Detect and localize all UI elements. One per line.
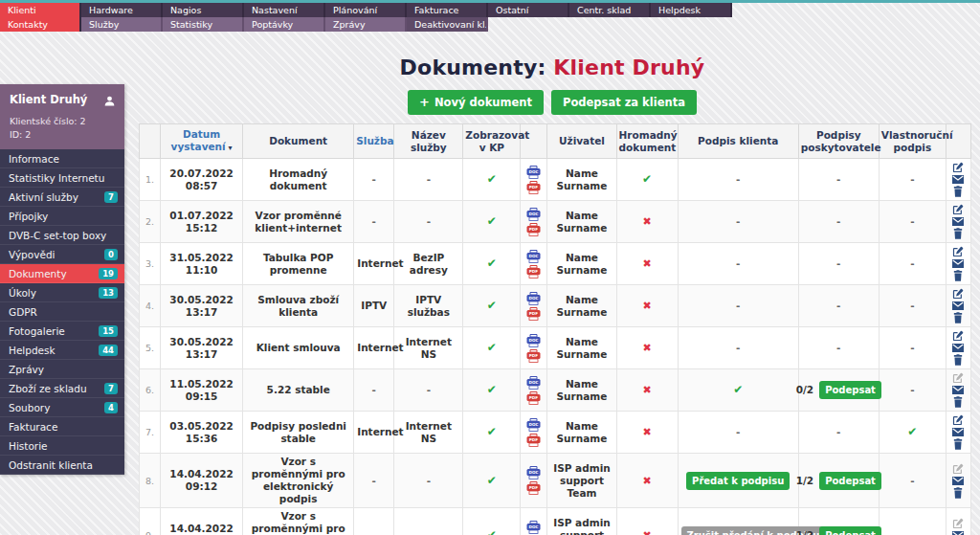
column-header-hromadny-dokument: Hromadný dokument	[616, 124, 678, 159]
nav-item-centr-sklad[interactable]: Centr. sklad	[569, 3, 651, 17]
doc-download-icon[interactable]: DOC	[526, 250, 541, 263]
nav-item-statistiky[interactable]: Statistiky	[163, 17, 244, 32]
trash-icon[interactable]	[953, 438, 963, 450]
nav-item-helpdesk[interactable]: Helpdesk	[651, 3, 732, 17]
count-badge: 7	[104, 383, 118, 394]
nav-item-poptavky[interactable]: Poptávky	[244, 17, 325, 32]
cell-client-signature: Zrušit předání k podpisu	[678, 508, 798, 535]
nav-item-planovani[interactable]: Plánování	[325, 3, 407, 17]
nav-item-hardware[interactable]: Hardware	[81, 3, 163, 17]
doc-download-icon[interactable]: DOC	[526, 166, 541, 179]
sidebar-item-zbozi-ze-skladu[interactable]: Zboží ze skladu7	[0, 379, 124, 398]
pdf-download-icon[interactable]: PDF	[526, 181, 541, 194]
trash-icon[interactable]	[953, 312, 963, 323]
trash-icon[interactable]	[953, 186, 963, 197]
sidebar-item-soubory[interactable]: Soubory4	[0, 398, 124, 417]
check-icon: ✔	[487, 341, 497, 354]
check-icon: ✔	[642, 172, 652, 186]
nav-item-sluzby[interactable]: Služby	[81, 17, 163, 32]
doc-download-icon[interactable]: DOC	[526, 334, 541, 347]
column-header-sluzba[interactable]: Služba	[354, 124, 394, 159]
pdf-download-icon[interactable]: PDF	[526, 265, 541, 279]
nav-item-klienti[interactable]: Klienti	[0, 3, 81, 17]
envelope-icon[interactable]	[952, 301, 964, 310]
cell-row-number: 5.	[140, 327, 161, 369]
sidebar-item-fakturace[interactable]: Fakturace	[0, 417, 124, 436]
count-badge: 15	[99, 325, 118, 337]
doc-download-icon[interactable]: DOC	[526, 418, 541, 432]
envelope-icon[interactable]	[952, 175, 964, 184]
edit-icon[interactable]	[952, 288, 964, 300]
count-badge: 4	[104, 402, 118, 413]
trash-icon[interactable]	[953, 396, 963, 408]
cell-user: Name Surname	[547, 369, 616, 412]
column-header-datum-vystaveni[interactable]: Datum vystavení ▾	[161, 124, 243, 159]
envelope-icon[interactable]	[952, 477, 964, 485]
sidebar-item-statistiky-internetu[interactable]: Statistiky Internetu	[0, 168, 124, 188]
sign-button[interactable]: Podepsat	[819, 381, 881, 399]
envelope-icon[interactable]	[952, 259, 964, 268]
cell-files: DOCPDF	[521, 327, 547, 369]
trash-icon[interactable]	[953, 354, 963, 366]
doc-download-icon[interactable]: DOC	[526, 521, 541, 534]
trash-icon[interactable]	[953, 487, 963, 499]
sign-button[interactable]: Podepsat	[819, 526, 881, 535]
table-row: 8.14.04.202209:12Vzor s proměnnými pro e…	[140, 454, 971, 508]
envelope-icon[interactable]	[952, 344, 964, 352]
doc-download-icon[interactable]: DOC	[526, 292, 541, 305]
nav-item-fakturace[interactable]: Fakturace	[407, 3, 488, 17]
envelope-icon[interactable]	[952, 531, 964, 535]
envelope-icon[interactable]	[952, 386, 964, 394]
check-icon: ✔	[487, 528, 497, 535]
pdf-download-icon[interactable]: PDF	[526, 434, 541, 447]
sidebar-item-aktivni-sluzby[interactable]: Aktivní služby7	[0, 188, 124, 207]
nav-item-kontakty[interactable]: Kontakty	[0, 17, 81, 32]
cell-files: DOCPDF	[521, 201, 547, 243]
trash-icon[interactable]	[953, 270, 963, 281]
sidebar-item-odstranit-klienta[interactable]: Odstranit klienta	[0, 456, 124, 475]
sidebar-item-ukoly[interactable]: Úkoly13	[0, 283, 124, 302]
edit-icon[interactable]	[952, 204, 964, 215]
cell-issue-date: 14.04.202209:10	[161, 508, 243, 535]
edit-icon[interactable]	[952, 246, 964, 257]
svg-text:PDF: PDF	[529, 269, 539, 274]
sign-button[interactable]: Podepsat	[819, 472, 881, 490]
sidebar-item-informace[interactable]: Informace	[0, 149, 124, 168]
table-row: 9.14.04.202209:10Vzor s proměnnými pro e…	[140, 508, 971, 535]
nav-item-nastaveni[interactable]: Nastavení	[244, 3, 325, 17]
envelope-icon[interactable]	[952, 217, 964, 226]
cell-client-signature: -	[678, 201, 798, 243]
doc-download-icon[interactable]: DOC	[526, 208, 541, 221]
sidebar-item-vypovedi[interactable]: Výpovědi0	[0, 245, 124, 264]
sidebar-item-dokumenty[interactable]: Dokumenty19	[0, 264, 124, 283]
dash-value: -	[427, 384, 431, 395]
edit-icon[interactable]	[952, 162, 964, 173]
client-signature-button[interactable]: Předat k podpisu	[686, 472, 790, 490]
sidebar-item-pripojky[interactable]: Přípojky	[0, 207, 124, 226]
pdf-download-icon[interactable]: PDF	[526, 223, 541, 236]
new-document-button[interactable]: + Nový dokument	[408, 90, 544, 115]
envelope-icon[interactable]	[952, 428, 964, 436]
edit-icon[interactable]	[952, 330, 964, 342]
trash-icon[interactable]	[953, 228, 963, 239]
sidebar-item-fotogalerie[interactable]: Fotogalerie15	[0, 322, 124, 341]
check-icon: ✔	[487, 474, 497, 487]
nav-item-deaktivovani-kl[interactable]: Deaktivovaní kl..	[407, 17, 488, 32]
pdf-download-icon[interactable]: PDF	[526, 481, 541, 495]
pdf-download-icon[interactable]: PDF	[526, 391, 541, 405]
doc-download-icon[interactable]: DOC	[526, 466, 541, 479]
nav-item-zpravy[interactable]: Zprávy	[325, 17, 407, 32]
nav-item-nagios[interactable]: Nagios	[163, 3, 244, 17]
sidebar-item-helpdesk[interactable]: Helpdesk44	[0, 341, 124, 360]
edit-icon[interactable]	[952, 414, 964, 426]
sidebar-item-gdpr[interactable]: GDPR	[0, 302, 124, 322]
nav-item-ostatni[interactable]: Ostatní	[488, 3, 569, 17]
doc-download-icon[interactable]: DOC	[526, 376, 541, 390]
sign-for-client-button[interactable]: Podepsat za klienta	[551, 90, 697, 115]
sidebar-item-zpravy[interactable]: Zprávy	[0, 360, 124, 379]
issue-time: 13:17	[164, 306, 239, 319]
sidebar-item-dvb-c-set-top-boxy[interactable]: DVB-C set-top boxy	[0, 226, 124, 245]
pdf-download-icon[interactable]: PDF	[526, 307, 541, 321]
pdf-download-icon[interactable]: PDF	[526, 349, 541, 363]
sidebar-item-historie[interactable]: Historie	[0, 436, 124, 456]
